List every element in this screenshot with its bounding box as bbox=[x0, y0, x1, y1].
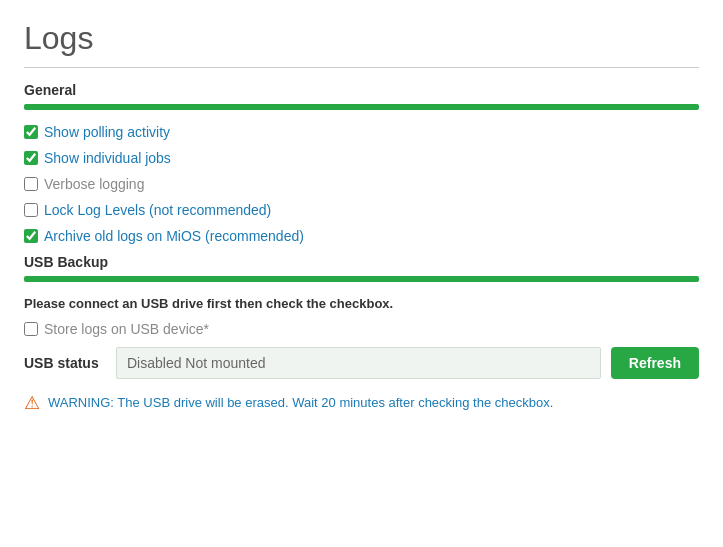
checkbox-store-usb[interactable]: Store logs on USB device* bbox=[24, 321, 699, 337]
checkbox-verbose[interactable]: Verbose logging bbox=[24, 176, 699, 192]
general-green-bar bbox=[24, 104, 699, 110]
checkbox-verbose-input[interactable] bbox=[24, 177, 38, 191]
usb-backup-section-title: USB Backup bbox=[24, 254, 699, 270]
checkbox-store-usb-input[interactable] bbox=[24, 322, 38, 336]
checkbox-show-individual[interactable]: Show individual jobs bbox=[24, 150, 699, 166]
checkbox-show-individual-label[interactable]: Show individual jobs bbox=[44, 150, 171, 166]
checkbox-archive-label[interactable]: Archive old logs on MiOS (recommended) bbox=[44, 228, 304, 244]
usb-note: Please connect an USB drive first then c… bbox=[24, 296, 699, 311]
checkbox-locklog-input[interactable] bbox=[24, 203, 38, 217]
checkbox-locklog[interactable]: Lock Log Levels (not recommended) bbox=[24, 202, 699, 218]
refresh-button[interactable]: Refresh bbox=[611, 347, 699, 379]
usb-status-value: Disabled Not mounted bbox=[116, 347, 601, 379]
header-divider bbox=[24, 67, 699, 68]
checkbox-archive[interactable]: Archive old logs on MiOS (recommended) bbox=[24, 228, 699, 244]
checkbox-show-individual-input[interactable] bbox=[24, 151, 38, 165]
warning-icon: ⚠ bbox=[24, 393, 40, 415]
warning-row: ⚠ WARNING: The USB drive will be erased.… bbox=[24, 387, 699, 421]
checkbox-show-polling[interactable]: Show polling activity bbox=[24, 124, 699, 140]
checkbox-verbose-label[interactable]: Verbose logging bbox=[44, 176, 144, 192]
usb-backup-green-bar bbox=[24, 276, 699, 282]
checkbox-archive-input[interactable] bbox=[24, 229, 38, 243]
usb-status-row: USB status Disabled Not mounted Refresh bbox=[24, 347, 699, 379]
warning-text: WARNING: The USB drive will be erased. W… bbox=[48, 393, 553, 413]
checkbox-store-usb-label[interactable]: Store logs on USB device* bbox=[44, 321, 209, 337]
page-title: Logs bbox=[24, 20, 699, 57]
usb-status-label: USB status bbox=[24, 355, 104, 371]
checkbox-locklog-label[interactable]: Lock Log Levels (not recommended) bbox=[44, 202, 271, 218]
checkbox-show-polling-label[interactable]: Show polling activity bbox=[44, 124, 170, 140]
checkbox-show-polling-input[interactable] bbox=[24, 125, 38, 139]
general-section-title: General bbox=[24, 82, 699, 98]
